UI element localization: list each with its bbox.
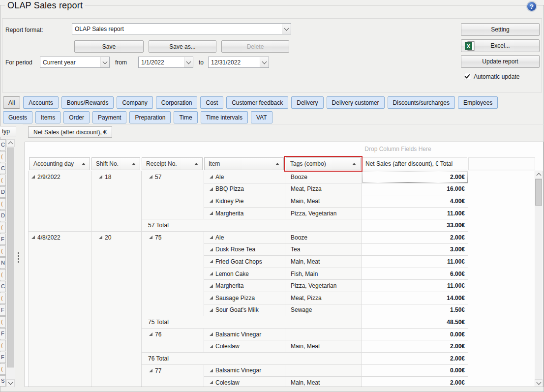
pivot-value-cell[interactable]: 2.00€ <box>362 171 468 183</box>
pivot-tag-cell[interactable]: Main, Meat <box>285 256 362 268</box>
expand-triangle-icon[interactable] <box>210 308 213 312</box>
filter-tab-delivery[interactable]: Delivery <box>291 96 323 109</box>
pivot-value-cell[interactable]: 2.00€ <box>362 377 468 387</box>
sidebar-field-fragment[interactable]: C <box>0 281 6 292</box>
pivot-total-cell[interactable]: 76 Total <box>142 353 362 365</box>
filter-tab-vat[interactable]: VAT <box>251 111 272 123</box>
expand-triangle-icon[interactable] <box>99 175 102 179</box>
sidebar-scrollbar[interactable] <box>6 139 15 387</box>
pivot-value-cell[interactable]: 2.00€ <box>362 340 468 353</box>
expand-triangle-icon[interactable] <box>210 332 213 336</box>
expand-triangle-icon[interactable] <box>99 236 102 239</box>
sidebar-field-fragment[interactable]: ( <box>0 363 6 375</box>
period-combo[interactable]: Current year <box>40 57 110 68</box>
chevron-down-icon[interactable] <box>260 57 269 67</box>
pivot-value-cell[interactable]: 11.00€ <box>362 256 468 268</box>
from-date-combo[interactable]: 1/1/2022 <box>138 57 193 68</box>
pivot-item-cell[interactable]: Margherita <box>204 208 285 220</box>
pivot-receipt-cell[interactable]: 76 <box>142 329 204 353</box>
pivot-tag-cell[interactable]: Main, Meat <box>285 377 362 387</box>
sidebar-field-fragment[interactable]: ( <box>0 222 6 233</box>
pivot-item-cell[interactable]: Kidney Pie <box>204 195 285 208</box>
expand-triangle-icon[interactable] <box>210 345 213 348</box>
pivot-value-cell[interactable]: 11.00€ <box>362 280 468 292</box>
sidebar-field-fragment[interactable]: F <box>0 352 6 363</box>
pivot-receipt-cell[interactable]: 77 <box>142 365 204 388</box>
grid-scrollbar-thumb[interactable] <box>535 179 542 206</box>
sidebar-field-fragment[interactable]: ( <box>0 340 6 351</box>
sidebar-field-fragment[interactable]: F <box>0 234 6 245</box>
pivot-empty-column[interactable] <box>468 171 536 387</box>
sidebar-field-fragment[interactable]: C <box>0 139 6 151</box>
expand-triangle-icon[interactable] <box>31 175 35 179</box>
filter-tab-order[interactable]: Order <box>63 111 90 123</box>
drop-column-fields-zone[interactable]: Drop Column Fields Here <box>260 146 536 152</box>
chevron-down-icon[interactable] <box>282 24 291 34</box>
pivot-item-cell[interactable]: Sausage Pizza <box>204 292 285 304</box>
pivot-tag-cell[interactable]: Main, Meat <box>285 195 362 208</box>
expand-triangle-icon[interactable] <box>149 332 152 336</box>
pivot-tag-cell[interactable]: Tea <box>285 244 362 256</box>
pivot-value-cell[interactable]: 2.00€ <box>362 232 468 244</box>
expand-triangle-icon[interactable] <box>210 187 213 191</box>
filter-tab-all[interactable]: All <box>3 96 20 109</box>
pivot-total-cell[interactable]: 75 Total <box>142 316 362 329</box>
expand-triangle-icon[interactable] <box>210 211 213 215</box>
pivot-value-cell[interactable]: 4.00€ <box>362 195 468 208</box>
pivot-shift-cell[interactable]: 20 <box>91 232 142 387</box>
pivot-value-cell[interactable]: 1.50€ <box>362 304 468 317</box>
pivot-date-cell[interactable]: 2/9/2022 <box>29 171 91 232</box>
pivot-item-cell[interactable]: BBQ Pizza <box>204 183 285 196</box>
pivot-tag-cell[interactable]: Meat, Pizza <box>285 183 362 196</box>
pivot-total-value-cell[interactable]: 2.00€ <box>362 353 468 365</box>
filter-tab-payment[interactable]: Payment <box>92 111 126 123</box>
delete-button[interactable]: Delete <box>221 40 289 53</box>
pivot-item-cell[interactable]: Coleslaw <box>204 377 285 387</box>
expand-triangle-icon[interactable] <box>31 236 35 239</box>
filter-tab-employees[interactable]: Employees <box>458 96 498 109</box>
pivot-value-cell[interactable]: 16.00€ <box>362 183 468 196</box>
pivot-item-cell[interactable]: Coleslaw <box>204 340 285 353</box>
pivot-date-cell[interactable]: 4/8/2022 <box>29 232 91 387</box>
pivot-value-cell[interactable]: 6.00€ <box>362 268 468 280</box>
automatic-update-checkbox[interactable] <box>464 73 471 80</box>
sidebar-field-fragment[interactable]: C <box>0 163 6 174</box>
splitter-handle[interactable] <box>18 252 19 263</box>
sidebar-scrollbar-thumb[interactable] <box>7 148 14 367</box>
sidebar-field-fragment[interactable]: ( <box>0 175 6 186</box>
pivot-tag-cell[interactable]: Booze <box>285 232 362 244</box>
filter-tab-customer-feedback[interactable]: Customer feedback <box>226 96 288 109</box>
pivot-shift-cell[interactable]: 18 <box>91 171 142 232</box>
filter-tab-time[interactable]: Time <box>174 111 197 123</box>
filter-tab-preparation[interactable]: Preparation <box>129 111 171 123</box>
pivot-item-cell[interactable]: Dusk Rose Tea <box>204 244 285 256</box>
expand-triangle-icon[interactable] <box>149 175 152 179</box>
expand-triangle-icon[interactable] <box>210 296 213 300</box>
scroll-down-icon[interactable] <box>6 379 15 387</box>
report-format-combo[interactable]: OLAP Sales report <box>72 23 291 34</box>
pivot-tag-cell[interactable] <box>285 365 362 377</box>
column-header-accounting-day[interactable]: Accounting day <box>29 157 90 170</box>
help-icon[interactable]: ? <box>526 1 537 12</box>
filter-tab-items[interactable]: Items <box>35 111 60 123</box>
expand-triangle-icon[interactable] <box>210 236 213 239</box>
filter-tab-bonus-rewards[interactable]: Bonus/Rewards <box>61 96 114 109</box>
sidebar-field-fragment[interactable]: F <box>0 328 6 339</box>
chevron-down-icon[interactable] <box>184 57 193 67</box>
setting-button[interactable]: Setting <box>461 23 540 36</box>
pivot-total-value-cell[interactable]: 48.50€ <box>362 316 468 329</box>
filter-tab-time-intervals[interactable]: Time intervals <box>201 111 248 123</box>
filter-tab-accounts[interactable]: Accounts <box>23 96 58 109</box>
update-report-button[interactable]: Update report <box>461 55 540 68</box>
expand-triangle-icon[interactable] <box>149 369 152 372</box>
pivot-tag-cell[interactable]: Fish, Main <box>285 268 362 280</box>
scroll-down-icon[interactable] <box>535 379 543 387</box>
pivot-tag-cell[interactable] <box>285 329 362 341</box>
pivot-total-value-cell[interactable]: 33.00€ <box>362 219 468 232</box>
save-button[interactable]: Save <box>74 40 144 53</box>
pivot-value-cell[interactable]: 0.00€ <box>362 365 468 377</box>
pivot-item-cell[interactable]: Balsamic Vinegar <box>204 329 285 341</box>
pivot-value-cell[interactable]: 11.00€ <box>362 208 468 220</box>
pivot-item-cell[interactable]: Ale <box>204 171 285 183</box>
pivot-item-cell[interactable]: Ale <box>204 232 285 244</box>
